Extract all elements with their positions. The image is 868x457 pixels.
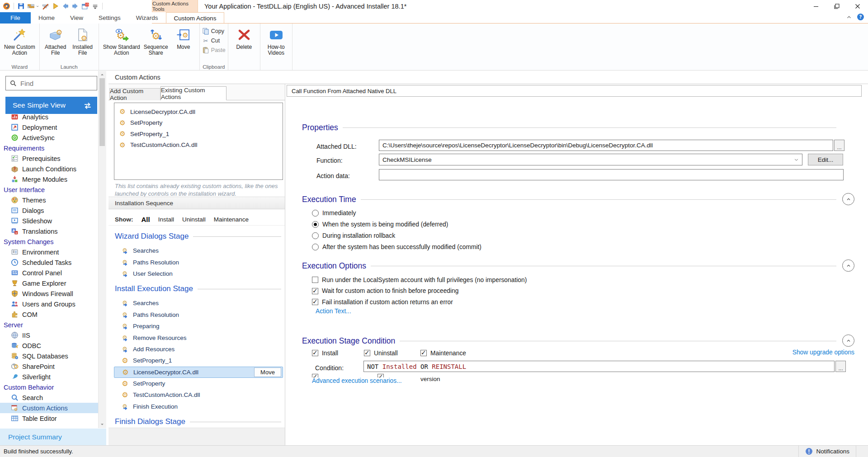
sidebar-item-game-explorer[interactable]: Game Explorer (0, 278, 99, 288)
sidebar-item-windows-firewall[interactable]: Windows Firewall (0, 288, 99, 299)
radio-when-the-system-is-being-modified-deferred[interactable]: When the system is being modified (defer… (312, 220, 448, 228)
ribbon-cut-button[interactable]: ✂Cut (202, 37, 226, 45)
advanced-scenarios-link[interactable]: Advanced execution scenarios... (312, 377, 405, 384)
sequence-item-preparing[interactable]: ⚙Preparing (114, 320, 283, 332)
collapse-execution-options-button[interactable] (842, 259, 854, 272)
collapse-ribbon-icon[interactable] (846, 14, 852, 20)
chevron-down-icon[interactable] (36, 5, 39, 8)
radio-during-installation-rollback[interactable]: During installation rollback (312, 231, 395, 240)
sidebar-item-analytics[interactable]: Analytics (0, 114, 99, 122)
radio-immediately[interactable]: Immediately (312, 209, 356, 217)
existing-action-licensedecryptor-ca-dll[interactable]: ⚙LicenseDecryptor.CA.dll (114, 106, 283, 118)
checkbox-install[interactable]: Install (312, 349, 338, 357)
sidebar-item-control-panel[interactable]: Control Panel (0, 268, 99, 278)
qat-run-icon[interactable] (52, 2, 59, 10)
collapse-execution-time-button[interactable] (842, 193, 854, 205)
notifications-button[interactable]: Notifications (799, 448, 856, 455)
find-box[interactable] (5, 76, 97, 90)
scrollbar-thumb[interactable] (99, 78, 105, 146)
show-upgrade-options-link[interactable]: Show upgrade options (793, 349, 854, 356)
sidebar-item-silverlight[interactable]: Silverlight (0, 372, 99, 382)
ribbon-copy-button[interactable]: Copy (202, 27, 226, 35)
ribbon-new-custom-action-button[interactable]: New CustomAction (2, 24, 37, 56)
existing-action-setproperty[interactable]: ⚙SetProperty (114, 118, 283, 129)
sequence-item-licensedecryptor-ca-dll[interactable]: ⚙LicenseDecryptor.CA.dllMove (114, 367, 283, 378)
ribbon-how-to-videos-button[interactable]: How-toVideos (263, 24, 290, 56)
sequence-item-setproperty[interactable]: ⚙SetProperty (114, 378, 283, 389)
ribbon-installed-file-button[interactable]: ⚙InstalledFile (69, 24, 96, 56)
tab-custom-actions[interactable]: Custom Actions (166, 12, 225, 24)
checkbox[interactable] (312, 288, 318, 294)
sidebar-item-search[interactable]: Search (0, 392, 99, 403)
radio-button[interactable] (312, 221, 319, 228)
existing-actions-list[interactable]: ⚙LicenseDecryptor.CA.dll⚙SetProperty⚙Set… (114, 103, 283, 180)
attached-dll-browse-button[interactable]: ... (834, 140, 844, 151)
sidebar-item-prerequisites[interactable]: Prerequisites (0, 153, 99, 164)
scroll-up-icon[interactable] (99, 72, 105, 77)
ribbon-show-standard-action-button[interactable]: ⚙Show StandardAction (101, 24, 142, 56)
sequence-item-finish-execution[interactable]: ⚙Finish Execution (114, 401, 283, 412)
sequence-item-paths-resolution[interactable]: ⚙Paths Resolution (114, 256, 283, 268)
sidebar-item-themes[interactable]: Themes (0, 195, 99, 205)
see-simple-view-button[interactable]: See Simple View (5, 97, 97, 114)
checkbox[interactable] (364, 350, 370, 356)
move-button[interactable]: Move (254, 367, 281, 377)
filter-all[interactable]: All (142, 216, 150, 223)
close-button[interactable] (847, 0, 868, 12)
sidebar-item-launch-conditions[interactable]: ?Launch Conditions (0, 164, 99, 174)
sequence-item-remove-resources[interactable]: ⚙Remove Resources (114, 332, 283, 343)
project-summary-button[interactable]: Project Summary (0, 429, 106, 445)
qat-build-icon[interactable] (27, 2, 35, 10)
qat-customize-icon[interactable] (91, 2, 99, 10)
sidebar-item-com[interactable]: COM (0, 309, 99, 320)
sidebar-item-sharepoint[interactable]: SharePoint (0, 361, 99, 372)
sequence-item-setproperty-1[interactable]: ⚙SetProperty_1 (114, 355, 283, 366)
checkbox[interactable] (312, 277, 318, 283)
sequence-item-add-resources[interactable]: ⚙Add Resources (114, 344, 283, 355)
sidebar-item-custom-actions[interactable]: ⚙Custom Actions (0, 403, 99, 413)
qat-forward-icon[interactable] (71, 2, 79, 10)
condition-browse-button[interactable]: ... (835, 361, 846, 372)
filter-maintenance[interactable]: Maintenance (214, 216, 249, 223)
radio-button[interactable] (312, 232, 319, 239)
ribbon-delete-button[interactable]: Delete (231, 24, 258, 50)
sidebar-item-deployment[interactable]: Deployment (0, 122, 99, 132)
sequence-item-searches[interactable]: ⚙Searches (114, 245, 283, 256)
help-icon[interactable]: ? (857, 13, 864, 21)
sidebar-item-slideshow[interactable]: Slideshow (0, 216, 99, 226)
tab-settings[interactable]: Settings (91, 12, 128, 24)
qat-whatsnew-icon[interactable]: 15 (81, 2, 89, 10)
checkbox[interactable] (312, 299, 318, 305)
sidebar-item-table-editor[interactable]: Table Editor (0, 413, 99, 424)
sidebar-item-iis[interactable]: IIS (0, 330, 99, 340)
minimize-button[interactable] (806, 0, 826, 12)
radio-button[interactable] (312, 210, 319, 217)
checkbox[interactable] (420, 350, 427, 356)
filter-uninstall[interactable]: Uninstall (182, 216, 206, 223)
checkbox[interactable] (312, 350, 318, 356)
existing-action-testcustomaction-ca-dll[interactable]: ⚙TestCustomAction.CA.dll (114, 140, 283, 151)
function-combo[interactable]: CheckMSILicense (379, 154, 802, 165)
qat-back-icon[interactable] (61, 2, 69, 10)
sidebar-item-environment[interactable]: Environment (0, 247, 99, 257)
radio-button[interactable] (312, 244, 319, 250)
scroll-down-icon[interactable] (99, 422, 105, 427)
action-data-field[interactable] (379, 169, 844, 180)
ribbon-move-button[interactable]: ⚙Move (170, 24, 197, 50)
sidebar-item-translations[interactable]: AaTranslations (0, 226, 99, 236)
tab-wizards[interactable]: Wizards (128, 12, 166, 24)
ribbon-attached-file-button[interactable]: ⚙AttachedFile (42, 24, 69, 56)
sidebar-item-merge-modules[interactable]: Merge Modules (0, 174, 99, 184)
checkbox-maintenance[interactable]: Maintenance (420, 349, 466, 357)
sidebar-item-scheduled-tasks[interactable]: Scheduled Tasks (0, 257, 99, 268)
sequence-item-searches[interactable]: ⚙Searches (114, 297, 283, 309)
chevron-down-icon[interactable] (793, 157, 799, 163)
existing-action-setproperty-1[interactable]: ⚙SetProperty_1 (114, 128, 283, 140)
sidebar-scrollbar[interactable] (98, 71, 106, 428)
collapse-stage-condition-button[interactable] (842, 335, 854, 347)
attached-dll-field[interactable]: C:\Users\theje\source\repos\LicenseDecry… (379, 140, 833, 151)
tab-add-custom-action[interactable]: Add Custom Action (109, 88, 160, 100)
checkbox-wait-for-custom-action-to-finish-before-[interactable]: Wait for custom action to finish before … (312, 287, 458, 295)
sequence-item-paths-resolution[interactable]: ⚙Paths Resolution (114, 309, 283, 320)
ribbon-sequence-share-button[interactable]: ⚙SequenceShare (142, 24, 170, 56)
